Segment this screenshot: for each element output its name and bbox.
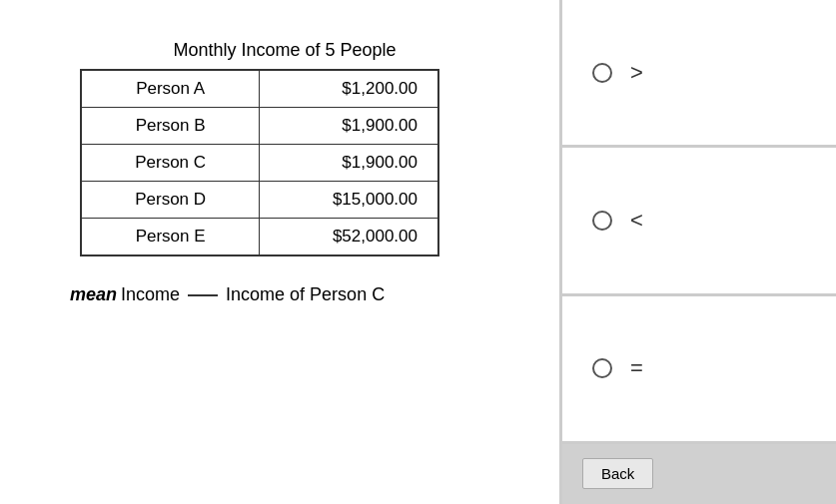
income-table: Person A$1,200.00Person B$1,900.00Person… xyxy=(80,69,439,256)
option-row-eq[interactable]: = xyxy=(562,296,836,444)
option-row-lt[interactable]: < xyxy=(562,148,836,295)
person-income: $52,000.00 xyxy=(260,219,438,256)
table-row: Person B$1,900.00 xyxy=(81,108,438,145)
person-name: Person A xyxy=(81,70,260,108)
person-name: Person E xyxy=(81,219,260,256)
radio-eq[interactable] xyxy=(592,358,612,378)
person-income: $1,900.00 xyxy=(260,145,438,182)
right-bottom-bar: Back xyxy=(562,444,836,504)
mean-label: mean xyxy=(70,284,117,305)
person-name: Person D xyxy=(81,182,260,219)
table-row: Person E$52,000.00 xyxy=(81,219,438,256)
person-income: $1,900.00 xyxy=(260,108,438,145)
table-row: Person A$1,200.00 xyxy=(81,70,438,108)
bottom-text: mean Income Income of Person C xyxy=(70,284,385,305)
operator-gt: > xyxy=(630,60,643,86)
table-title: Monthly Income of 5 People xyxy=(173,40,396,61)
person-income: $15,000.00 xyxy=(260,182,438,219)
operator-eq: = xyxy=(630,355,643,381)
back-button[interactable]: Back xyxy=(582,458,653,489)
radio-lt[interactable] xyxy=(592,211,612,231)
blank-line xyxy=(188,294,218,296)
operator-lt: < xyxy=(630,208,643,234)
table-row: Person C$1,900.00 xyxy=(81,145,438,182)
radio-gt[interactable] xyxy=(592,63,612,83)
person-income: $1,200.00 xyxy=(260,70,438,108)
left-panel: Monthly Income of 5 People Person A$1,20… xyxy=(0,0,559,504)
person-name: Person C xyxy=(81,145,260,182)
text1: Income xyxy=(121,284,180,305)
table-row: Person D$15,000.00 xyxy=(81,182,438,219)
person-name: Person B xyxy=(81,108,260,145)
text2: Income of Person C xyxy=(226,284,385,305)
right-panel: > < = Back xyxy=(562,0,836,504)
option-row-gt[interactable]: > xyxy=(562,0,836,148)
